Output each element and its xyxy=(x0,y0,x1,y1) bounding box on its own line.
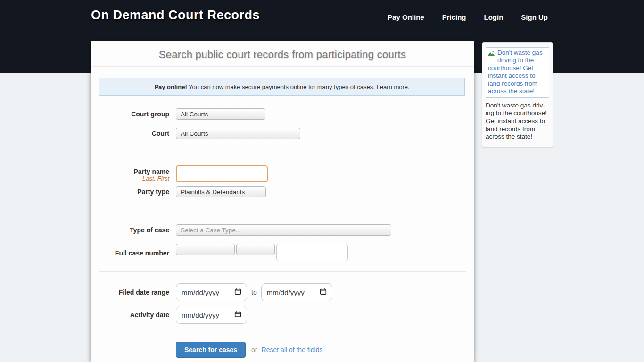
court-group-row: Court group All Courts xyxy=(91,108,265,120)
party-name-row: Party name Last, First xyxy=(91,165,268,182)
date-placeholder: mm/dd/yyyy xyxy=(267,288,305,296)
page-title: Search public court records from partici… xyxy=(91,49,474,61)
brand-logo[interactable]: On Demand Court Records xyxy=(91,8,260,23)
case-number-input[interactable] xyxy=(276,244,348,261)
banner-text: You can now make secure payments online … xyxy=(187,83,377,90)
filed-date-label: Filed date range xyxy=(91,288,176,296)
date-placeholder: mm/dd/yyyy xyxy=(182,288,219,296)
activity-date-input[interactable]: mm/dd/yyyy xyxy=(176,306,247,324)
calendar-icon[interactable] xyxy=(234,288,241,296)
filed-date-end-input[interactable]: mm/dd/yyyy xyxy=(261,283,332,301)
party-type-select[interactable]: Plaintiffs & Defendants xyxy=(176,186,266,197)
case-type-label: Type of case xyxy=(91,226,176,234)
ad-card: Don't waste gas driving to the courthous… xyxy=(482,42,553,147)
filed-date-start-input[interactable]: mm/dd/yyyy xyxy=(176,283,247,301)
court-group-select[interactable]: All Courts xyxy=(176,108,265,120)
nav-pay-online[interactable]: Pay Online xyxy=(388,13,424,21)
party-name-input[interactable] xyxy=(176,165,268,182)
court-row: Court All Courts xyxy=(91,128,300,139)
party-name-label: Party name Last, First xyxy=(91,165,176,182)
party-type-row: Party type Plaintiffs & Defendants xyxy=(91,186,266,197)
calendar-icon[interactable] xyxy=(320,288,327,296)
party-name-hint: Last, First xyxy=(91,175,169,182)
case-number-year-select[interactable] xyxy=(236,244,275,255)
case-number-row: Full case number xyxy=(91,244,348,261)
case-number-prefix-select[interactable] xyxy=(176,244,235,255)
ad-alt-text: Don't waste gas driving to the courthous… xyxy=(488,49,543,95)
section-divider xyxy=(99,154,466,154)
learn-more-link[interactable]: Learn more. xyxy=(377,83,410,90)
banner-bold-text: Pay online! xyxy=(154,83,187,90)
broken-image-icon xyxy=(488,50,496,59)
activity-date-row: Activity date mm/dd/yyyy xyxy=(91,306,247,324)
case-type-row: Type of case Select a Case Type... xyxy=(91,224,391,236)
court-select[interactable]: All Courts xyxy=(176,128,300,139)
court-group-label: Court group xyxy=(91,110,176,118)
nav-sign-up[interactable]: Sign Up xyxy=(521,13,548,21)
search-panel: Search public court records from partici… xyxy=(91,41,474,362)
panel-header: Search public court records from partici… xyxy=(91,41,474,67)
ad-caption: Don't waste gas driv-ing to the courthou… xyxy=(486,102,549,141)
ad-image-link[interactable]: Don't waste gas driving to the courthous… xyxy=(486,47,549,98)
nav-login[interactable]: Login xyxy=(484,13,504,21)
actions-row: Search for cases or Reset all of the fie… xyxy=(91,342,323,358)
case-type-select[interactable]: Select a Case Type... xyxy=(176,224,391,236)
filed-date-row: Filed date range mm/dd/yyyy to mm/dd/yyy… xyxy=(91,283,332,301)
section-divider xyxy=(99,212,466,212)
or-text: or xyxy=(251,346,257,354)
date-range-separator: to xyxy=(251,288,257,296)
court-label: Court xyxy=(91,130,176,137)
activity-date-label: Activity date xyxy=(91,311,176,319)
calendar-icon[interactable] xyxy=(234,311,241,319)
case-number-label: Full case number xyxy=(91,244,176,257)
nav-pricing[interactable]: Pricing xyxy=(442,13,466,21)
date-placeholder: mm/dd/yyyy xyxy=(182,311,219,319)
search-button[interactable]: Search for cases xyxy=(176,342,246,358)
party-type-label: Party type xyxy=(91,188,176,196)
section-divider xyxy=(99,272,466,272)
party-name-label-text: Party name xyxy=(134,168,169,175)
pay-online-banner: Pay online! You can now make secure paym… xyxy=(99,78,465,96)
header-nav: Pay Online Pricing Login Sign Up xyxy=(388,13,548,21)
reset-fields-link[interactable]: Reset all of the fields xyxy=(262,346,323,354)
